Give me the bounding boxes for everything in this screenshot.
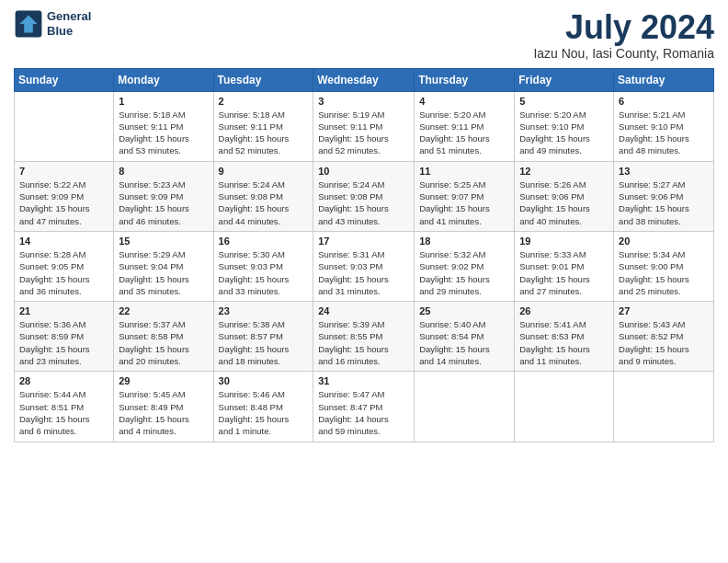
- calendar-cell: 28Sunrise: 5:44 AM Sunset: 8:51 PM Dayli…: [15, 372, 114, 442]
- calendar-cell: 16Sunrise: 5:30 AM Sunset: 9:03 PM Dayli…: [213, 231, 313, 301]
- day-content: Sunrise: 5:38 AM Sunset: 8:57 PM Dayligh…: [219, 318, 309, 367]
- day-number: 11: [419, 166, 509, 177]
- day-content: Sunrise: 5:18 AM Sunset: 9:11 PM Dayligh…: [219, 109, 309, 157]
- day-content: Sunrise: 5:36 AM Sunset: 8:59 PM Dayligh…: [19, 318, 108, 367]
- day-number: 21: [19, 305, 108, 316]
- calendar-cell: 15Sunrise: 5:29 AM Sunset: 9:04 PM Dayli…: [114, 231, 213, 301]
- day-content: Sunrise: 5:46 AM Sunset: 8:48 PM Dayligh…: [219, 388, 309, 437]
- day-number: 3: [318, 96, 409, 107]
- day-number: 20: [619, 236, 709, 247]
- day-number: 26: [519, 305, 609, 316]
- calendar-cell: 18Sunrise: 5:32 AM Sunset: 9:02 PM Dayli…: [415, 231, 515, 301]
- day-number: 13: [619, 166, 709, 177]
- calendar-week-2: 7Sunrise: 5:22 AM Sunset: 9:09 PM Daylig…: [15, 161, 714, 231]
- weekday-header-monday: Monday: [114, 68, 213, 91]
- day-content: Sunrise: 5:22 AM Sunset: 9:09 PM Dayligh…: [19, 178, 108, 227]
- day-content: Sunrise: 5:21 AM Sunset: 9:10 PM Dayligh…: [619, 109, 709, 157]
- calendar-cell: 5Sunrise: 5:20 AM Sunset: 9:10 PM Daylig…: [515, 91, 614, 161]
- day-content: Sunrise: 5:47 AM Sunset: 8:47 PM Dayligh…: [318, 388, 409, 437]
- month-title: July 2024: [533, 9, 714, 46]
- calendar-cell: 4Sunrise: 5:20 AM Sunset: 9:11 PM Daylig…: [415, 91, 515, 161]
- day-content: Sunrise: 5:37 AM Sunset: 8:58 PM Dayligh…: [119, 318, 208, 367]
- day-content: Sunrise: 5:41 AM Sunset: 8:53 PM Dayligh…: [519, 318, 609, 367]
- day-number: 9: [219, 166, 309, 177]
- calendar-cell: 3Sunrise: 5:19 AM Sunset: 9:11 PM Daylig…: [313, 91, 415, 161]
- day-content: Sunrise: 5:34 AM Sunset: 9:00 PM Dayligh…: [619, 248, 709, 297]
- day-number: 16: [219, 236, 309, 247]
- weekday-header-saturday: Saturday: [614, 68, 714, 91]
- calendar-cell: 27Sunrise: 5:43 AM Sunset: 8:52 PM Dayli…: [614, 302, 714, 372]
- day-content: Sunrise: 5:18 AM Sunset: 9:11 PM Dayligh…: [119, 109, 208, 157]
- calendar-cell: 14Sunrise: 5:28 AM Sunset: 9:05 PM Dayli…: [15, 231, 114, 301]
- weekday-header-thursday: Thursday: [415, 68, 515, 91]
- calendar-cell: [415, 372, 515, 442]
- day-content: Sunrise: 5:19 AM Sunset: 9:11 PM Dayligh…: [318, 109, 409, 157]
- day-number: 31: [318, 375, 409, 386]
- calendar-cell: 22Sunrise: 5:37 AM Sunset: 8:58 PM Dayli…: [114, 302, 213, 372]
- calendar-cell: [614, 372, 714, 442]
- weekday-header-friday: Friday: [515, 68, 614, 91]
- calendar-cell: [515, 372, 614, 442]
- calendar-cell: 20Sunrise: 5:34 AM Sunset: 9:00 PM Dayli…: [614, 231, 714, 301]
- calendar-cell: 12Sunrise: 5:26 AM Sunset: 9:06 PM Dayli…: [515, 161, 614, 231]
- day-number: 10: [318, 166, 409, 177]
- day-content: Sunrise: 5:29 AM Sunset: 9:04 PM Dayligh…: [119, 248, 208, 297]
- day-number: 17: [318, 236, 409, 247]
- day-number: 23: [219, 305, 309, 316]
- calendar-cell: 29Sunrise: 5:45 AM Sunset: 8:49 PM Dayli…: [114, 372, 213, 442]
- calendar-cell: 1Sunrise: 5:18 AM Sunset: 9:11 PM Daylig…: [114, 91, 213, 161]
- day-content: Sunrise: 5:43 AM Sunset: 8:52 PM Dayligh…: [619, 318, 709, 367]
- weekday-header-tuesday: Tuesday: [213, 68, 313, 91]
- calendar-cell: 6Sunrise: 5:21 AM Sunset: 9:10 PM Daylig…: [614, 91, 714, 161]
- day-number: 8: [119, 166, 208, 177]
- calendar-week-3: 14Sunrise: 5:28 AM Sunset: 9:05 PM Dayli…: [15, 231, 714, 301]
- calendar-cell: 26Sunrise: 5:41 AM Sunset: 8:53 PM Dayli…: [515, 302, 614, 372]
- calendar-week-4: 21Sunrise: 5:36 AM Sunset: 8:59 PM Dayli…: [15, 302, 714, 372]
- header: General Blue July 2024 Iazu Nou, Iasi Co…: [14, 9, 714, 61]
- day-number: 30: [219, 375, 309, 386]
- day-number: 12: [519, 166, 609, 177]
- day-content: Sunrise: 5:20 AM Sunset: 9:10 PM Dayligh…: [519, 109, 609, 157]
- weekday-header-sunday: Sunday: [15, 68, 114, 91]
- day-content: Sunrise: 5:24 AM Sunset: 9:08 PM Dayligh…: [318, 178, 409, 227]
- day-number: 19: [519, 236, 609, 247]
- day-content: Sunrise: 5:32 AM Sunset: 9:02 PM Dayligh…: [419, 248, 509, 297]
- day-content: Sunrise: 5:23 AM Sunset: 9:09 PM Dayligh…: [119, 178, 208, 227]
- logo-icon: [14, 9, 43, 39]
- day-content: Sunrise: 5:24 AM Sunset: 9:08 PM Dayligh…: [219, 178, 309, 227]
- calendar-cell: 13Sunrise: 5:27 AM Sunset: 9:06 PM Dayli…: [614, 161, 714, 231]
- title-area: July 2024 Iazu Nou, Iasi County, Romania: [533, 9, 714, 61]
- day-content: Sunrise: 5:45 AM Sunset: 8:49 PM Dayligh…: [119, 388, 208, 437]
- calendar-week-5: 28Sunrise: 5:44 AM Sunset: 8:51 PM Dayli…: [15, 372, 714, 442]
- calendar-cell: 7Sunrise: 5:22 AM Sunset: 9:09 PM Daylig…: [15, 161, 114, 231]
- calendar-cell: 24Sunrise: 5:39 AM Sunset: 8:55 PM Dayli…: [313, 302, 415, 372]
- calendar-cell: [15, 91, 114, 161]
- calendar-cell: 10Sunrise: 5:24 AM Sunset: 9:08 PM Dayli…: [313, 161, 415, 231]
- location-subtitle: Iazu Nou, Iasi County, Romania: [533, 46, 714, 61]
- weekday-header-wednesday: Wednesday: [313, 68, 415, 91]
- day-number: 25: [419, 305, 509, 316]
- day-content: Sunrise: 5:33 AM Sunset: 9:01 PM Dayligh…: [519, 248, 609, 297]
- day-number: 24: [318, 305, 409, 316]
- day-number: 29: [119, 375, 208, 386]
- day-number: 1: [119, 96, 208, 107]
- day-number: 28: [19, 375, 108, 386]
- day-number: 18: [419, 236, 509, 247]
- day-number: 2: [219, 96, 309, 107]
- day-content: Sunrise: 5:39 AM Sunset: 8:55 PM Dayligh…: [318, 318, 409, 367]
- day-content: Sunrise: 5:31 AM Sunset: 9:03 PM Dayligh…: [318, 248, 409, 297]
- day-content: Sunrise: 5:30 AM Sunset: 9:03 PM Dayligh…: [219, 248, 309, 297]
- calendar-table: SundayMondayTuesdayWednesdayThursdayFrid…: [14, 68, 714, 442]
- weekday-header-row: SundayMondayTuesdayWednesdayThursdayFrid…: [15, 68, 714, 91]
- calendar-cell: 30Sunrise: 5:46 AM Sunset: 8:48 PM Dayli…: [213, 372, 313, 442]
- calendar-cell: 19Sunrise: 5:33 AM Sunset: 9:01 PM Dayli…: [515, 231, 614, 301]
- day-number: 6: [619, 96, 709, 107]
- day-content: Sunrise: 5:20 AM Sunset: 9:11 PM Dayligh…: [419, 109, 509, 157]
- calendar-cell: 9Sunrise: 5:24 AM Sunset: 9:08 PM Daylig…: [213, 161, 313, 231]
- day-number: 4: [419, 96, 509, 107]
- calendar-cell: 31Sunrise: 5:47 AM Sunset: 8:47 PM Dayli…: [313, 372, 415, 442]
- logo-text: General Blue: [47, 9, 91, 38]
- calendar-week-1: 1Sunrise: 5:18 AM Sunset: 9:11 PM Daylig…: [15, 91, 714, 161]
- day-content: Sunrise: 5:26 AM Sunset: 9:06 PM Dayligh…: [519, 178, 609, 227]
- calendar-cell: 23Sunrise: 5:38 AM Sunset: 8:57 PM Dayli…: [213, 302, 313, 372]
